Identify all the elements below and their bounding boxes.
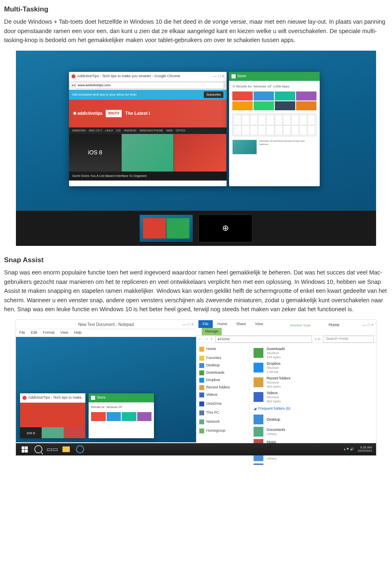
- tab-share[interactable]: Share: [232, 320, 250, 328]
- store-icon: [91, 396, 95, 400]
- nav-back-icon[interactable]: ←: [198, 337, 202, 342]
- folder-icon: [254, 427, 263, 437]
- favicon-icon: [71, 74, 76, 78]
- paragraph-multitasking: De oude Windows + Tab-toets doet hetzelf…: [4, 17, 388, 45]
- site-logo: ✱ addictivetips: [73, 110, 102, 117]
- folder-icon: [254, 415, 263, 424]
- window-chrome[interactable]: AddictiveTips - Tech tips to make you sm…: [69, 72, 227, 186]
- pc-icon: [199, 410, 204, 415]
- file-item[interactable]: Desktop: [254, 413, 372, 426]
- app-description: Windows 10 technical preview brings new …: [232, 140, 316, 154]
- window-controls[interactable]: — □ ×: [306, 73, 317, 80]
- file-item[interactable]: DocumentsLibrary: [254, 426, 372, 438]
- dropbox-icon: [199, 378, 204, 383]
- partner-badge: IDGTV: [106, 110, 122, 117]
- network-icon: [199, 419, 204, 424]
- dropbox-icon: [254, 363, 263, 372]
- system-tray[interactable]: ▴ ⚑ 🔊 9:35 AM10/3/2014: [344, 446, 374, 453]
- window-controls[interactable]: — □ ×: [363, 322, 374, 328]
- recent-icon: [199, 385, 204, 390]
- star-icon: [199, 356, 204, 361]
- breadcrumb[interactable]: ▸ Home: [215, 336, 312, 343]
- address-bar[interactable]: ◂ ▸: [69, 81, 227, 90]
- window-notepad[interactable]: New Text Document - Notepad— □ × FileEdi…: [16, 320, 196, 442]
- folder-icon: [254, 377, 263, 387]
- videos-icon: [199, 393, 204, 397]
- folder-icon: [62, 446, 70, 452]
- tile-article[interactable]: [122, 134, 174, 172]
- nav-up-icon[interactable]: ↑: [211, 337, 213, 342]
- headline-strip: Sortd Gives You A List Based Interface T…: [69, 172, 227, 181]
- tile-ios8[interactable]: iOS 8: [69, 134, 122, 172]
- homegroup-icon: [199, 428, 204, 433]
- group-header[interactable]: ◢ Frequent folders (6): [254, 406, 372, 412]
- snap-thumbnail-store[interactable]: Store Results for "windows 10": [89, 393, 154, 438]
- taskbar[interactable]: ▭▭ ▴ ⚑ 🔊 9:35 AM10/3/2014: [16, 443, 376, 455]
- search-input[interactable]: Search Home: [323, 336, 374, 343]
- taskbar-ie[interactable]: [73, 444, 87, 455]
- search-button[interactable]: [31, 444, 45, 455]
- file-item[interactable]: DropboxShortcut1.64 KB: [254, 360, 372, 375]
- tile-article[interactable]: [174, 134, 227, 172]
- results-header: ⊙ Results for "windows 10" 1,000 Apps: [232, 84, 316, 89]
- tab-home[interactable]: Home: [214, 320, 232, 328]
- paragraph-snapassist: Snap was een enorm populaire functie toe…: [4, 268, 388, 314]
- notepad-title: New Text Document - Notepad: [78, 321, 134, 328]
- window-controls[interactable]: — □ ×: [213, 73, 224, 80]
- file-item[interactable]: Recent foldersShortcut363 bytes: [254, 375, 372, 390]
- folder-icon: [254, 348, 263, 358]
- file-item[interactable]: VideosLibrary: [254, 462, 372, 465]
- home-icon: [199, 347, 204, 352]
- ie-icon: [76, 445, 84, 453]
- site-hero: ✱ addictivetips IDGTV The Latest i: [69, 100, 227, 127]
- folder-icon: [254, 464, 263, 465]
- context-label: Shortcut Tools: [290, 323, 311, 328]
- snap-assist-area: AddictiveTips - Tech tips to make... iOS…: [16, 337, 196, 442]
- ribbon-tabs[interactable]: File Home Share View Shortcut Tools Home…: [196, 320, 376, 328]
- search-icon: [34, 445, 42, 453]
- folder-icon: [254, 392, 263, 402]
- heading-snapassist: Snap Assist: [4, 255, 388, 265]
- tab-file[interactable]: File: [198, 320, 213, 328]
- window-store[interactable]: Store— □ × ⊙ Results for "windows 10" 1,…: [229, 72, 320, 186]
- windows-logo-icon: [22, 446, 28, 453]
- file-item[interactable]: VideosShortcut982 bytes: [254, 390, 372, 404]
- tab-view[interactable]: View: [251, 320, 267, 328]
- heading-multitasking: Multi-Tasking: [4, 4, 388, 15]
- window-controls[interactable]: — □ ×: [183, 321, 194, 328]
- favicon-icon: [22, 396, 27, 400]
- keyboard-preview: [232, 114, 316, 136]
- desktop-icon: [199, 363, 204, 368]
- file-item[interactable]: DownloadsShortcut979 bytes: [254, 346, 372, 360]
- explorer-title: Home: [329, 322, 340, 328]
- nav-forward-icon[interactable]: →: [205, 337, 208, 342]
- screenshot-taskview: AddictiveTips - Tech tips to make you sm…: [16, 51, 376, 246]
- chrome-title: AddictiveTips - Tech tips to make you sm…: [77, 74, 212, 79]
- tab-manage[interactable]: Manage: [202, 328, 222, 335]
- downloads-icon: [199, 370, 204, 375]
- store-title: Store: [237, 74, 305, 79]
- article-tiles[interactable]: iOS 8: [69, 134, 227, 172]
- window-explorer[interactable]: File Home Share View Shortcut Tools Home…: [196, 320, 376, 442]
- virtual-desktops-bar[interactable]: ⊕: [16, 211, 376, 246]
- taskview-button[interactable]: ▭▭: [45, 444, 59, 455]
- subscribe-button[interactable]: Subscribe: [204, 91, 223, 98]
- desktop-thumbnail[interactable]: [140, 215, 193, 242]
- new-desktop-button[interactable]: ⊕: [198, 214, 252, 242]
- snap-thumbnail-chrome[interactable]: AddictiveTips - Tech tips to make... iOS…: [20, 393, 85, 438]
- notepad-menu[interactable]: FileEditFormatViewHelp: [16, 329, 196, 337]
- screenshot-snapassist: New Text Document - Notepad— □ × FileEdi…: [16, 319, 376, 456]
- onedrive-icon: [199, 401, 204, 406]
- promo-banner: Get exclusive tech tips in your inbox fo…: [69, 90, 227, 100]
- hero-headline: The Latest i: [125, 110, 150, 117]
- url-input[interactable]: [76, 82, 224, 89]
- site-nav[interactable]: WINDOWSMAC OS XLINUXiOSANDROIDWINDOWS PH…: [69, 127, 227, 134]
- store-icon: [232, 74, 236, 78]
- taskbar-explorer[interactable]: [59, 444, 73, 455]
- start-button[interactable]: [18, 444, 31, 455]
- app-tiles[interactable]: [232, 91, 316, 110]
